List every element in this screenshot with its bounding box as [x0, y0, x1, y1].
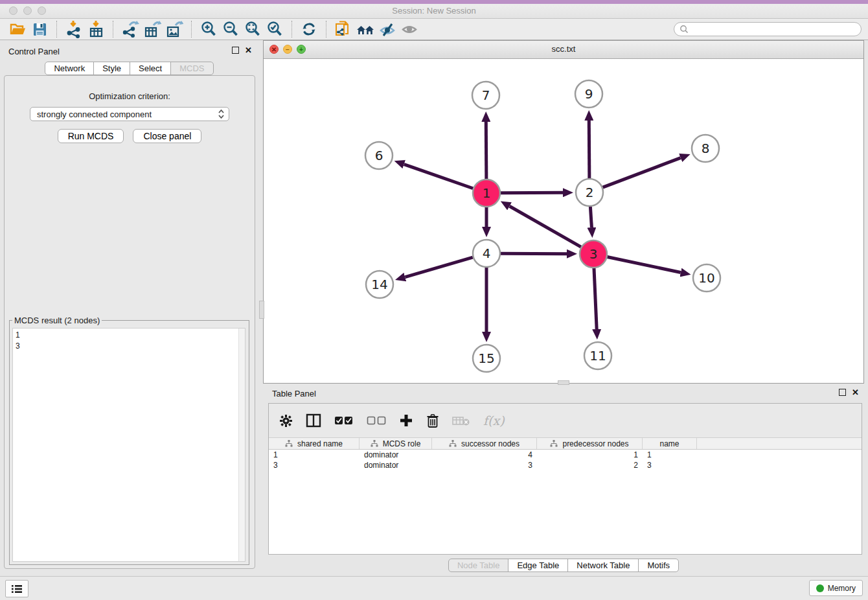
refresh-button[interactable] [298, 20, 320, 38]
table-settings-gear-icon[interactable] [279, 414, 293, 428]
tab-style[interactable]: Style [93, 62, 130, 75]
table-cell[interactable]: dominator [360, 461, 432, 470]
table-row[interactable]: 3dominator323 [269, 460, 862, 470]
column-header-name[interactable]: name [643, 438, 697, 449]
edge-1-6[interactable] [404, 165, 474, 189]
edge-2-8[interactable] [603, 158, 681, 188]
mcds-result-group: MCDS result (2 nodes) 13 [9, 316, 249, 565]
result-scrollbar[interactable] [238, 329, 245, 561]
hide-selected-button[interactable] [376, 20, 398, 38]
delete-column-trash-icon[interactable] [426, 413, 439, 428]
control-panel-tabs: NetworkStyleSelectMCDS [0, 62, 258, 75]
import-table-button[interactable] [85, 20, 107, 38]
deselect-all-icon[interactable] [367, 415, 386, 426]
network-zoom-button[interactable]: + [297, 45, 306, 54]
table-row[interactable]: 1dominator411 [269, 450, 862, 460]
home-button[interactable] [354, 20, 376, 38]
control-panel: Control Panel ✕ NetworkStyleSelectMCDS O… [0, 40, 258, 577]
float-panel-icon[interactable] [839, 389, 846, 396]
show-all-button[interactable] [398, 20, 420, 38]
close-window-button[interactable] [9, 6, 17, 15]
column-header-predecessor-nodes[interactable]: predecessor nodes [537, 438, 643, 449]
import-table-icon [87, 20, 105, 38]
edge-2-3[interactable] [590, 207, 591, 227]
tab-network-table[interactable]: Network Table [567, 559, 639, 572]
node-table-body[interactable]: 1dominator4113dominator323 [269, 450, 862, 470]
toolbar-separator [291, 21, 292, 38]
table-cell[interactable]: 2 [537, 461, 643, 470]
horizontal-splitter-handle[interactable] [259, 301, 264, 319]
float-panel-icon[interactable] [232, 47, 239, 54]
zoom-out-icon [222, 20, 240, 38]
open-file-button[interactable] [6, 20, 29, 38]
toolbar-separator [326, 21, 326, 38]
tab-node-table[interactable]: Node Table [448, 559, 509, 572]
node-label-14: 14 [371, 277, 387, 292]
table-cell[interactable]: 1 [643, 450, 697, 459]
table-cell[interactable]: 3 [432, 461, 537, 470]
search-input[interactable] [689, 24, 856, 34]
node-table-header[interactable]: shared nameMCDS rolesuccessor nodesprede… [269, 437, 862, 450]
zoom-window-button[interactable] [38, 6, 46, 15]
zoom-selected-button[interactable] [264, 20, 286, 38]
table-panel-title: Table Panel [272, 389, 316, 398]
edge-4-3[interactable] [501, 253, 567, 254]
import-network-button[interactable] [63, 20, 85, 38]
tab-network[interactable]: Network [45, 62, 94, 75]
table-cell[interactable]: 4 [432, 450, 537, 459]
split-panel-icon[interactable] [306, 413, 321, 428]
network-minimize-button[interactable]: − [283, 45, 292, 54]
edge-1-2[interactable] [501, 192, 563, 193]
main-toolbar [0, 19, 868, 40]
column-header-MCDS-role[interactable]: MCDS role [360, 438, 432, 449]
run-mcds-button[interactable]: Run MCDS [58, 129, 124, 143]
close-panel-icon[interactable]: ✕ [852, 388, 859, 397]
table-cell[interactable]: 1 [537, 450, 643, 459]
column-header-successor-nodes[interactable]: successor nodes [432, 438, 537, 449]
minimize-window-button[interactable] [23, 6, 32, 15]
add-column-icon[interactable] [399, 413, 413, 428]
network-close-button[interactable]: ✕ [269, 45, 279, 54]
optimization-value: strongly connected component [37, 110, 218, 119]
toolbar-separator [113, 21, 113, 38]
optimization-select[interactable]: strongly connected component [30, 107, 229, 121]
close-panel-icon[interactable]: ✕ [245, 46, 252, 54]
edge-2-9[interactable] [589, 121, 589, 178]
task-history-button[interactable] [5, 580, 29, 597]
export-network-button[interactable] [119, 20, 141, 38]
node-label-3: 3 [589, 246, 598, 262]
save-session-button[interactable] [29, 20, 51, 38]
network-graph[interactable]: 7968124314101511 [264, 59, 863, 384]
node-label-1: 1 [483, 185, 491, 201]
window-traffic-lights[interactable] [9, 6, 46, 15]
edge-3-10[interactable] [608, 257, 681, 273]
table-cell[interactable]: dominator [360, 450, 432, 459]
zoom-out-button[interactable] [220, 20, 242, 38]
node-label-4: 4 [483, 246, 491, 261]
memory-button[interactable]: Memory [809, 580, 863, 596]
toolbar-separator [191, 21, 192, 38]
export-image-button[interactable] [163, 20, 185, 38]
edge-3-1[interactable] [510, 206, 581, 247]
close-panel-button[interactable]: Close panel [133, 129, 201, 143]
column-header-shared-name[interactable]: shared name [269, 438, 360, 449]
clone-network-button[interactable] [332, 20, 354, 38]
tab-select[interactable]: Select [130, 62, 171, 75]
mcds-result-text[interactable]: 13 [12, 328, 246, 562]
tab-edge-table[interactable]: Edge Table [508, 559, 568, 572]
edge-3-11[interactable] [594, 268, 597, 329]
zoom-in-button[interactable] [198, 20, 220, 38]
edge-1-7[interactable] [486, 122, 486, 179]
table-cell[interactable]: 3 [643, 461, 697, 470]
export-table-button[interactable] [141, 20, 163, 38]
search-box[interactable] [674, 22, 862, 36]
tab-mcds[interactable]: MCDS [170, 62, 213, 75]
search-icon [680, 25, 689, 34]
zoom-fit-button[interactable] [242, 20, 264, 38]
tab-motifs[interactable]: Motifs [638, 559, 679, 572]
edge-4-14[interactable] [405, 257, 473, 277]
table-cell[interactable]: 1 [269, 450, 360, 459]
node-label-2: 2 [586, 185, 594, 200]
select-all-icon[interactable] [334, 415, 354, 426]
table-cell[interactable]: 3 [269, 461, 360, 470]
